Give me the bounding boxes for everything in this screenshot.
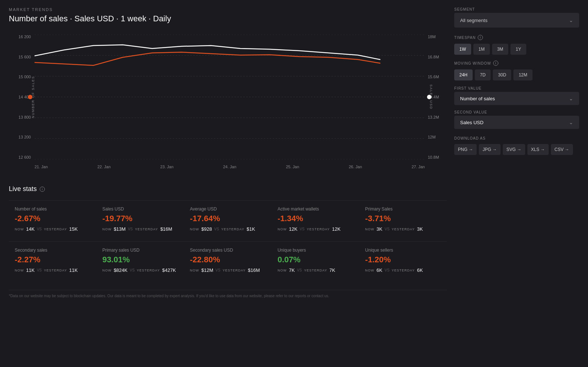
yesterday-value: $16M [248,267,260,273]
stat-card: Average USD -17.64% NOW $928 VS YESTERDA… [184,200,272,238]
yesterday-label: YESTERDAY [137,269,160,272]
stat-percent: -2.27% [15,255,90,265]
stat-card: Secondary sales USD -22.80% NOW $12M VS … [184,241,272,279]
now-value: 3K [377,226,383,232]
mw-24h-btn[interactable]: 24H [454,69,473,80]
now-label: NOW [102,227,111,231]
stat-percent: -1.20% [365,255,441,265]
now-value: 7K [289,267,295,273]
second-value-label: Second value [454,110,579,114]
first-value-label: First value [454,86,579,90]
timespan-1m-btn[interactable]: 1M [473,44,490,55]
segment-value: All segments [460,18,487,23]
stat-name: Active market wallets [277,206,353,212]
app-title: MARKET TRENDS [9,7,447,12]
timespan-3m-btn[interactable]: 3M [492,44,509,55]
vs-label: VS [214,227,219,231]
chart-area: 16 200 15 600 15 000 14 400 13 800 13 20… [9,31,447,174]
mw-7d-btn[interactable]: 7D [475,69,491,80]
stat-name: Unique buyers [277,248,353,253]
now-value: 14K [26,226,35,232]
left-panel: MARKET TRENDS Number of sales · Sales US… [9,7,447,302]
yesterday-label: YESTERDAY [392,227,415,231]
vs-label: VS [37,268,42,272]
first-value-container: First value Number of sales ⌄ [454,86,579,105]
right-panel: Segment All segments ⌄ TIMESPAN i 1W 1M … [454,7,579,302]
segment-select-button[interactable]: All segments ⌄ [454,13,579,28]
stat-card: Sales USD -19.77% NOW $13M VS YESTERDAY … [96,200,184,238]
stat-percent: 0.07% [277,255,353,265]
second-value-container: Second value Sales USD ⌄ [454,110,579,129]
stat-card: Secondary sales -2.27% NOW 11K VS YESTER… [9,241,96,279]
now-label: NOW [15,269,24,272]
download-jpg-btn[interactable]: JPG → [479,144,501,155]
download-svg-btn[interactable]: SVG → [503,144,525,155]
now-value: $12M [201,267,214,273]
yesterday-label: YESTERDAY [221,227,244,231]
stat-compare: NOW 6K VS YESTERDAY 6K [365,267,441,273]
now-value: 12K [289,226,297,232]
left-indicator-dot [28,95,32,99]
stat-card: Primary sales USD 93.01% NOW $824K VS YE… [96,241,184,279]
yesterday-value: $1K [247,226,255,232]
now-value: 6K [377,267,383,273]
yesterday-label: YESTERDAY [307,227,330,231]
footer-note: *Data on our website may be subject to b… [9,290,447,302]
vs-label: VS [37,227,42,231]
stat-compare: NOW $13M VS YESTERDAY $16M [102,226,178,232]
stats-grid-row2: Secondary sales -2.27% NOW 11K VS YESTER… [9,241,447,279]
stats-grid-row1: Number of sales -2.67% NOW 14K VS YESTER… [9,200,447,238]
yesterday-value: 3K [417,226,423,232]
yesterday-value: 6K [417,267,423,273]
stat-name: Primary Sales [365,206,441,212]
yesterday-value: 12K [332,226,341,232]
stat-name: Primary sales USD [102,248,178,253]
yesterday-label: YESTERDAY [135,227,158,231]
vs-label: VS [385,268,390,272]
second-value-text: Sales USD [460,120,484,125]
vs-label: VS [215,268,220,272]
now-value: $824K [114,267,128,273]
vs-label: VS [130,268,135,272]
download-png-btn[interactable]: PNG → [454,144,477,155]
download-csv-btn[interactable]: CSV → [551,144,573,155]
stat-compare: NOW 14K VS YESTERDAY 15K [15,226,90,232]
yesterday-value: 11K [69,267,78,273]
yesterday-value: 7K [329,267,335,273]
first-value-dropdown[interactable]: Number of sales ⌄ [454,92,579,105]
timespan-label: TIMESPAN i [454,35,579,40]
now-label: NOW [190,269,199,272]
now-label: NOW [365,269,374,272]
timespan-container: TIMESPAN i 1W 1M 3M 1Y [454,35,579,55]
stat-name: Secondary sales USD [190,248,266,253]
stat-compare: NOW $824K VS YESTERDAY $427K [102,267,178,273]
now-label: NOW [365,227,374,231]
yesterday-value: $427K [162,267,176,273]
stat-percent: -19.77% [102,214,178,223]
right-indicator-dot [427,95,431,99]
stat-card: Primary Sales -3.71% NOW 3K VS YESTERDAY… [359,200,447,238]
timespan-1w-btn[interactable]: 1W [454,44,471,55]
yesterday-label: YESTERDAY [223,269,246,272]
second-value-dropdown-icon: ⌄ [569,119,573,125]
stat-name: Unique sellers [365,248,441,253]
stat-card: Active market wallets -1.34% NOW 12K VS … [272,200,359,238]
vs-label: VS [128,227,133,231]
segment-dropdown-icon: ⌄ [569,17,573,23]
stat-percent: -3.71% [365,214,441,223]
download-xls-btn[interactable]: XLS → [527,144,549,155]
stat-percent: -17.64% [190,214,266,223]
yesterday-value: $16M [160,226,172,232]
timespan-1y-btn[interactable]: 1Y [510,44,526,55]
mw-12m-btn[interactable]: 12M [513,69,532,80]
first-value-dropdown-icon: ⌄ [569,96,573,101]
second-value-dropdown[interactable]: Sales USD ⌄ [454,116,579,129]
now-value: 11K [26,267,35,273]
segment-label: Segment [454,7,579,11]
stat-card: Unique sellers -1.20% NOW 6K VS YESTERDA… [359,241,447,279]
stat-compare: NOW 7K VS YESTERDAY 7K [277,267,353,273]
chart-plot-area: NUMBER OF SALES SALES USD [35,35,425,159]
mw-30d-btn[interactable]: 30D [493,69,511,80]
live-stats-title: Live stats i [9,185,447,193]
moving-window-container: MOVING WINDOW i 24H 7D 30D 12M [454,61,579,80]
